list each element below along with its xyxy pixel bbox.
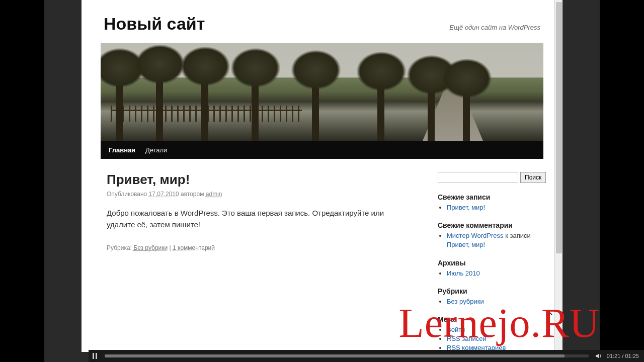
widget-title: Рубрики <box>438 287 543 295</box>
comment-post-link[interactable]: Привет, мир! <box>447 241 485 248</box>
post-title[interactable]: Привет, мир! <box>107 172 429 188</box>
recent-post-link[interactable]: Привет, мир! <box>447 204 485 211</box>
widget-categories: Рубрики Без рубрики <box>438 287 543 306</box>
primary-nav: Главная Детали <box>101 141 543 159</box>
meta-rss-posts-link[interactable]: RSS записей <box>447 335 487 342</box>
post-date[interactable]: 17.07.2010 <box>149 191 179 198</box>
scrollbar-thumb[interactable] <box>556 2 562 253</box>
volume-icon <box>595 352 602 359</box>
post-meta-by: автором <box>179 191 206 198</box>
site-header: Новый сайт Ещё один сайт на WordPress <box>101 14 543 43</box>
comment-author-link[interactable]: Мистер WordPress <box>447 232 504 239</box>
pause-icon <box>93 353 97 359</box>
nav-home[interactable]: Главная <box>109 146 135 154</box>
widget-title: Мета <box>438 315 543 323</box>
pause-button[interactable] <box>89 350 101 362</box>
comment-mid: к записи <box>504 232 531 239</box>
header-banner-image <box>101 43 543 141</box>
nav-details[interactable]: Детали <box>145 146 168 154</box>
post-category-link[interactable]: Без рубрики <box>133 244 168 251</box>
post-foot-sep: | <box>168 244 173 251</box>
post-meta: Опубликовано 17.07.2010 автором admin <box>107 191 429 198</box>
volume-button[interactable] <box>593 350 605 362</box>
video-frame: Новый сайт Ещё один сайт на WordPress Гл… <box>44 0 600 362</box>
search-button[interactable]: Поиск <box>520 172 546 183</box>
post-comments-link[interactable]: 1 комментарий <box>173 244 215 251</box>
widget-title: Свежие комментарии <box>438 221 543 229</box>
seek-progress <box>105 354 565 357</box>
category-link[interactable]: Без рубрики <box>447 298 484 305</box>
widget-title: Свежие записи <box>438 193 543 201</box>
sidebar: Поиск Свежие записи Привет, мир! Свежие … <box>438 172 543 352</box>
widget-title: Архивы <box>438 259 543 267</box>
search-input[interactable] <box>438 172 518 183</box>
post-body: Добро пожаловать в WordPress. Это ваша п… <box>107 208 404 230</box>
widget-archives: Архивы Июль 2010 <box>438 259 543 278</box>
search-widget: Поиск <box>438 172 543 183</box>
video-player-controls: 01:21 / 01:25 <box>89 350 644 362</box>
site-title-link[interactable]: Новый сайт <box>104 14 205 34</box>
timecode: 01:21 / 01:25 <box>605 353 644 359</box>
mouse-cursor-icon: ↖ <box>546 307 553 318</box>
vertical-scrollbar[interactable] <box>554 0 562 352</box>
post-footer: Рубрика: Без рубрики | 1 комментарий <box>107 244 429 251</box>
post-meta-prefix: Опубликовано <box>107 191 149 198</box>
seek-track[interactable] <box>105 354 589 357</box>
site-tagline: Ещё один сайт на WordPress <box>449 24 540 31</box>
archive-link[interactable]: Июль 2010 <box>447 269 480 277</box>
post-foot-prefix: Рубрика: <box>107 244 133 251</box>
browser-viewport: Новый сайт Ещё один сайт на WordPress Гл… <box>82 0 562 352</box>
main-content: Привет, мир! Опубликовано 17.07.2010 авт… <box>101 172 438 352</box>
svg-marker-0 <box>596 353 599 358</box>
widget-recent-comments: Свежие комментарии Мистер WordPress к за… <box>438 221 543 249</box>
widget-recent-posts: Свежие записи Привет, мир! <box>438 193 543 212</box>
meta-login-link[interactable]: Войти <box>447 326 465 333</box>
widget-meta: Мета Войти RSS записей RSS комментариев … <box>438 315 543 352</box>
post-author[interactable]: admin <box>206 191 222 198</box>
